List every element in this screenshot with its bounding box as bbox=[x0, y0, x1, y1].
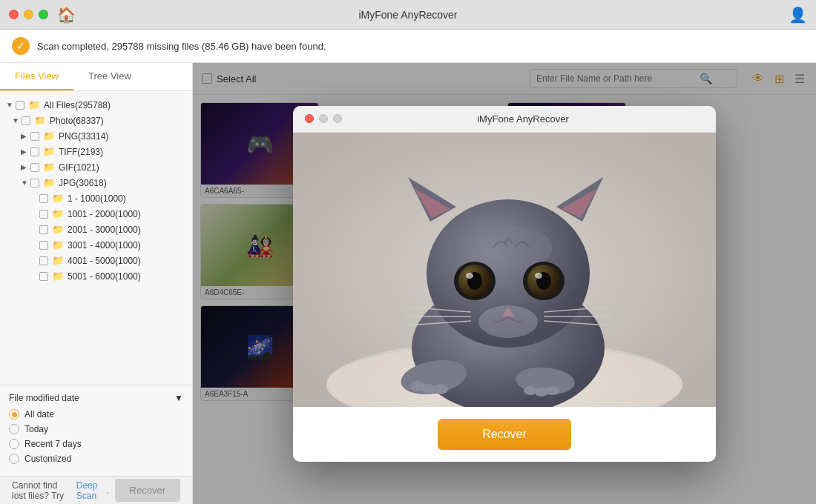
radio-customized[interactable]: Customized bbox=[9, 454, 183, 464]
modal-titlebar: iMyFone AnyRecover bbox=[293, 106, 716, 133]
folder-icon: 📁 bbox=[52, 255, 64, 266]
close-button[interactable] bbox=[9, 10, 19, 19]
bottom-suffix: . bbox=[106, 485, 108, 496]
tree-item-3001-4000[interactable]: 📁 3001 - 4000(1000) bbox=[0, 237, 192, 253]
tree-label: JPG(30618) bbox=[59, 178, 107, 188]
radio-recent-7[interactable]: Recent 7 days bbox=[9, 439, 183, 449]
filter-date-dropdown[interactable]: File modified date ▼ bbox=[9, 393, 183, 403]
modal-maximize-button[interactable] bbox=[333, 114, 342, 123]
tree-label: 1 - 1000(1000) bbox=[68, 193, 126, 204]
radio-customized-circle[interactable] bbox=[9, 454, 19, 464]
bottom-text: Cannot find lost files? Try bbox=[12, 480, 73, 501]
tree-item-photo[interactable]: ▼ 📁 Photo(68337) bbox=[0, 113, 192, 128]
recover-button-modal[interactable]: Recover bbox=[438, 419, 571, 450]
folder-icon: 📁 bbox=[52, 224, 64, 235]
checkbox[interactable] bbox=[39, 225, 48, 234]
checkbox-all-files[interactable] bbox=[16, 101, 24, 110]
app-body: ✓ Scan completed, 295788 missing files (… bbox=[0, 30, 816, 504]
radio-recent-7-circle[interactable] bbox=[9, 439, 19, 449]
radio-all-date-circle[interactable] bbox=[9, 409, 19, 420]
preview-modal: iMyFone AnyRecover bbox=[293, 106, 716, 462]
modal-minimize-button[interactable] bbox=[319, 114, 328, 123]
home-icon[interactable]: 🏠 bbox=[57, 6, 76, 24]
arrow-placeholder bbox=[30, 241, 37, 249]
minimize-button[interactable] bbox=[24, 10, 33, 19]
filter-label-text: File modified date bbox=[9, 393, 79, 403]
checkbox[interactable] bbox=[39, 241, 48, 250]
arrow-icon: ▶ bbox=[21, 163, 28, 171]
bottom-status-bar: Cannot find lost files? Try Deep Scan . … bbox=[0, 476, 192, 504]
modal-traffic-lights bbox=[305, 114, 342, 123]
tree-item-2001-3000[interactable]: 📁 2001 - 3000(1000) bbox=[0, 222, 192, 237]
checkbox[interactable] bbox=[39, 272, 48, 281]
radio-today-circle[interactable] bbox=[9, 424, 19, 434]
app-title: iMyFone AnyRecover bbox=[358, 9, 457, 21]
checkbox-photo[interactable] bbox=[22, 116, 30, 125]
tree-item-4001-5000[interactable]: 📁 4001 - 5000(1000) bbox=[0, 253, 192, 268]
modal-title: iMyFone AnyRecover bbox=[342, 113, 704, 125]
checkbox-jpg[interactable] bbox=[30, 179, 39, 188]
sidebar: Files View Tree View ▼ 📁 All Files(29578… bbox=[0, 63, 193, 504]
folder-icon: 📁 bbox=[52, 208, 64, 219]
svg-point-8 bbox=[433, 384, 448, 394]
tree-label: GIF(1021) bbox=[59, 162, 99, 173]
checkbox-gif[interactable] bbox=[30, 163, 39, 172]
tree-item-1-1000[interactable]: 📁 1 - 1000(1000) bbox=[0, 190, 192, 206]
tree-item-png[interactable]: ▶ 📁 PNG(33314) bbox=[0, 128, 192, 144]
folder-icon: 📁 bbox=[43, 177, 55, 188]
svg-point-21 bbox=[466, 273, 473, 279]
modal-close-button[interactable] bbox=[305, 114, 314, 123]
checkbox[interactable] bbox=[39, 194, 48, 203]
folder-icon: 📁 bbox=[34, 115, 46, 126]
radio-label: Today bbox=[24, 424, 48, 434]
tree-label: 3001 - 4000(1000) bbox=[68, 240, 141, 251]
tree-label: TIFF(2193) bbox=[59, 147, 103, 157]
success-icon: ✓ bbox=[12, 37, 30, 55]
tree-label: 4001 - 5000(1000) bbox=[68, 256, 141, 266]
tree-item-1001-2000[interactable]: 📁 1001 - 2000(1000) bbox=[0, 206, 192, 222]
arrow-icon: ▶ bbox=[21, 147, 28, 156]
tree-label: 5001 - 6000(1000) bbox=[68, 271, 141, 282]
tab-tree-view[interactable]: Tree View bbox=[73, 63, 146, 90]
radio-label: Recent 7 days bbox=[24, 439, 82, 449]
folder-icon: 📁 bbox=[28, 99, 40, 110]
arrow-icon: ▶ bbox=[21, 132, 28, 140]
modal-image-area bbox=[293, 133, 716, 407]
tab-files-view[interactable]: Files View bbox=[0, 63, 73, 90]
folder-icon: 📁 bbox=[52, 271, 64, 282]
arrow-placeholder bbox=[30, 194, 37, 202]
titlebar: 🏠 iMyFone AnyRecover 👤 bbox=[0, 0, 816, 30]
arrow-placeholder bbox=[30, 272, 37, 280]
tree-item-gif[interactable]: ▶ 📁 GIF(1021) bbox=[0, 159, 192, 175]
tree-label: 2001 - 3000(1000) bbox=[68, 225, 141, 235]
tree-item-jpg[interactable]: ▼ 📁 JPG(30618) bbox=[0, 175, 192, 190]
checkbox-png[interactable] bbox=[30, 132, 39, 141]
tree-label: 1001 - 2000(1000) bbox=[68, 209, 141, 219]
tree-item-all-files[interactable]: ▼ 📁 All Files(295788) bbox=[0, 97, 192, 113]
filter-section: File modified date ▼ All date Today Rece… bbox=[0, 385, 192, 476]
modal-overlay: iMyFone AnyRecover bbox=[193, 63, 816, 504]
deep-scan-link[interactable]: Deep Scan bbox=[76, 480, 103, 501]
radio-label: All date bbox=[24, 409, 54, 420]
arrow-icon: ▼ bbox=[12, 116, 19, 125]
traffic-lights bbox=[9, 10, 48, 19]
checkbox[interactable] bbox=[39, 210, 48, 219]
arrow-icon: ▼ bbox=[21, 179, 28, 187]
svg-point-25 bbox=[535, 273, 542, 279]
tree-item-tiff[interactable]: ▶ 📁 TIFF(2193) bbox=[0, 144, 192, 159]
checkbox-tiff[interactable] bbox=[30, 147, 39, 156]
folder-icon: 📁 bbox=[52, 239, 64, 251]
recover-button-bottom[interactable]: Recover bbox=[115, 479, 180, 502]
notification-bar: ✓ Scan completed, 295788 missing files (… bbox=[0, 30, 816, 63]
radio-all-date[interactable]: All date bbox=[9, 409, 183, 420]
checkbox[interactable] bbox=[39, 256, 48, 265]
arrow-placeholder bbox=[30, 256, 37, 265]
arrow-icon: ▼ bbox=[6, 101, 13, 109]
maximize-button[interactable] bbox=[39, 10, 48, 19]
tree-item-5001-6000[interactable]: 📁 5001 - 6000(1000) bbox=[0, 268, 192, 284]
user-icon[interactable]: 👤 bbox=[789, 6, 807, 24]
main-area: Files View Tree View ▼ 📁 All Files(29578… bbox=[0, 63, 816, 504]
svg-point-11 bbox=[546, 386, 559, 395]
radio-today[interactable]: Today bbox=[9, 424, 183, 434]
radio-label: Customized bbox=[24, 454, 71, 464]
